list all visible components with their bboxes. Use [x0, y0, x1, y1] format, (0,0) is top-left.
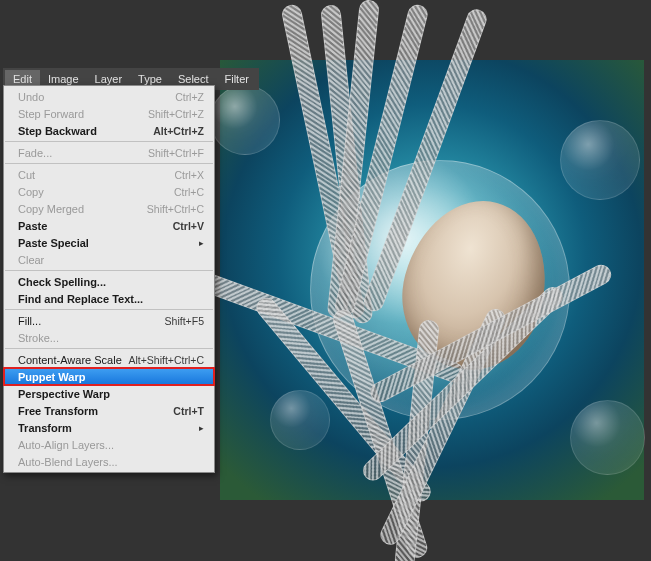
menu-item-label: Transform	[18, 422, 193, 434]
menu-item-shortcut: Shift+Ctrl+C	[147, 203, 204, 215]
menu-item-content-aware-scale[interactable]: Content-Aware ScaleAlt+Shift+Ctrl+C	[4, 351, 214, 368]
menu-item-label: Paste	[18, 220, 173, 232]
menu-item-copy-merged: Copy MergedShift+Ctrl+C	[4, 200, 214, 217]
menu-item-shortcut: Ctrl+T	[173, 405, 204, 417]
bubble-decoration	[560, 120, 640, 200]
menu-separator	[5, 309, 213, 310]
menu-item-label: Free Transform	[18, 405, 173, 417]
menu-item-perspective-warp[interactable]: Perspective Warp	[4, 385, 214, 402]
menu-item-shortcut: Alt+Shift+Ctrl+C	[128, 354, 204, 366]
menu-separator	[5, 141, 213, 142]
menu-item-shortcut: Shift+Ctrl+F	[148, 147, 204, 159]
menu-item-label: Clear	[18, 254, 204, 266]
menu-item-label: Puppet Warp	[18, 371, 204, 383]
menu-item-shortcut: Ctrl+Z	[175, 91, 204, 103]
document-canvas[interactable]	[220, 60, 644, 500]
bubble-decoration	[570, 400, 645, 475]
menu-item-transform[interactable]: Transform	[4, 419, 214, 436]
menu-item-shortcut: Ctrl+X	[175, 169, 204, 181]
menu-item-cut: CutCtrl+X	[4, 166, 214, 183]
menu-item-label: Paste Special	[18, 237, 193, 249]
menu-item-label: Stroke...	[18, 332, 204, 344]
menu-item-free-transform[interactable]: Free TransformCtrl+T	[4, 402, 214, 419]
menu-filter[interactable]: Filter	[217, 70, 257, 88]
menu-item-paste-special[interactable]: Paste Special	[4, 234, 214, 251]
menu-item-label: Cut	[18, 169, 175, 181]
menu-item-fill[interactable]: Fill...Shift+F5	[4, 312, 214, 329]
menu-item-check-spelling[interactable]: Check Spelling...	[4, 273, 214, 290]
menu-item-shortcut: Ctrl+V	[173, 220, 204, 232]
menu-separator	[5, 348, 213, 349]
menu-item-label: Copy Merged	[18, 203, 147, 215]
menu-item-step-backward[interactable]: Step BackwardAlt+Ctrl+Z	[4, 122, 214, 139]
menu-item-shortcut: Shift+Ctrl+Z	[148, 108, 204, 120]
menu-item-clear: Clear	[4, 251, 214, 268]
menu-item-auto-blend-layers: Auto-Blend Layers...	[4, 453, 214, 470]
menu-item-fade: Fade...Shift+Ctrl+F	[4, 144, 214, 161]
menu-item-label: Content-Aware Scale	[18, 354, 128, 366]
menu-item-shortcut: Shift+F5	[165, 315, 204, 327]
menu-item-label: Check Spelling...	[18, 276, 204, 288]
menu-separator	[5, 163, 213, 164]
menu-item-copy: CopyCtrl+C	[4, 183, 214, 200]
menu-item-stroke: Stroke...	[4, 329, 214, 346]
menu-item-label: Fill...	[18, 315, 165, 327]
menu-item-label: Find and Replace Text...	[18, 293, 204, 305]
edit-dropdown-menu: UndoCtrl+ZStep ForwardShift+Ctrl+ZStep B…	[3, 85, 215, 473]
menu-separator	[5, 270, 213, 271]
menu-item-label: Auto-Align Layers...	[18, 439, 204, 451]
menu-item-find-and-replace-text[interactable]: Find and Replace Text...	[4, 290, 214, 307]
menu-item-label: Perspective Warp	[18, 388, 204, 400]
bubble-decoration	[210, 85, 280, 155]
menu-item-label: Copy	[18, 186, 174, 198]
menu-item-label: Fade...	[18, 147, 148, 159]
menu-item-shortcut: Alt+Ctrl+Z	[153, 125, 204, 137]
menu-item-puppet-warp[interactable]: Puppet Warp	[4, 368, 214, 385]
menu-item-undo: UndoCtrl+Z	[4, 88, 214, 105]
menu-item-shortcut: Ctrl+C	[174, 186, 204, 198]
bubble-decoration	[270, 390, 330, 450]
menu-item-auto-align-layers: Auto-Align Layers...	[4, 436, 214, 453]
menu-item-label: Step Forward	[18, 108, 148, 120]
menu-item-step-forward: Step ForwardShift+Ctrl+Z	[4, 105, 214, 122]
menu-item-label: Step Backward	[18, 125, 153, 137]
menu-item-label: Undo	[18, 91, 175, 103]
menu-item-label: Auto-Blend Layers...	[18, 456, 204, 468]
menu-item-paste[interactable]: PasteCtrl+V	[4, 217, 214, 234]
